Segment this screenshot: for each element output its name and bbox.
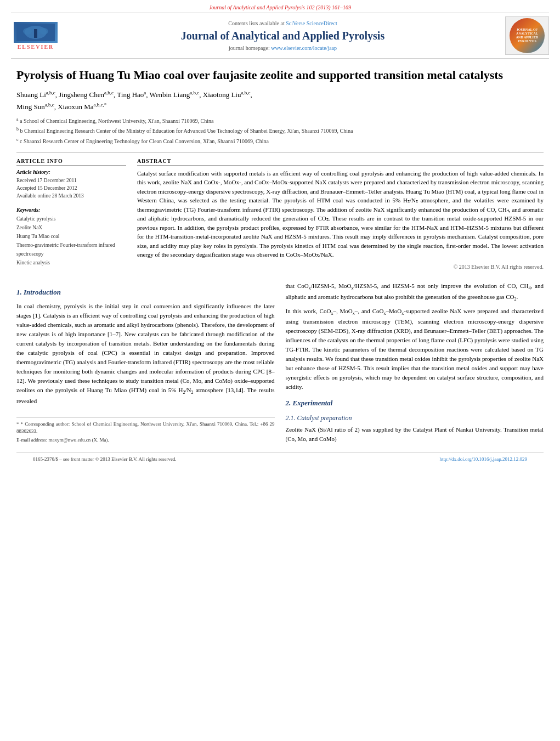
journal-logo-right: JOURNAL OFANALYTICALAND APPLIEDPYROLYSIS [505,16,549,55]
intro-para-1: In coal chemistry, pyrolysis is the init… [16,302,275,406]
homepage-url[interactable]: www.elsevier.com/locate/jaap [271,45,337,51]
keywords-heading: Keywords: [16,207,126,213]
section2-heading: 2. Experimental [286,398,544,409]
journal-main-title: Journal of Analytical and Applied Pyroly… [60,29,505,43]
abstract-label: ABSTRACT [137,158,544,166]
journal-title-center: Contents lists available at SciVerse Sci… [60,20,505,51]
article-history: Article history: Received 17 December 20… [16,169,126,200]
body-columns: 1. Introduction In coal chemistry, pyrol… [16,281,544,447]
received-text: Received 17 December 2011 [16,177,126,184]
journal-logo-text: JOURNAL OFANALYTICALAND APPLIEDPYROLYSIS [516,28,539,44]
journal-top-bar: Journal of Analytical and Applied Pyroly… [11,4,549,10]
contents-line: Contents lists available at SciVerse Sci… [60,20,505,26]
article-title: Pyrolysis of Huang Tu Miao coal over fau… [16,67,544,83]
bottom-bar: 0165-2370/$ – see front matter © 2013 El… [16,452,544,465]
available-text: Available online 28 March 2013 [16,192,126,200]
sciverse-link[interactable]: SciVerse ScienceDirect [286,20,337,26]
body-right: that CoOx/HZSM-5, MoOx/HZSM-5, and HZSM-… [286,281,544,447]
keywords-section: Keywords: Catalytic pyrolysis Zeolite Na… [16,207,126,268]
keyword-3: Huang Tu Miao coal [16,232,126,241]
authors-line: Shuang Lia,b,c, Jingsheng Chena,b,c, Tin… [16,89,544,113]
accepted-text: Accepted 15 December 2012 [16,184,126,192]
section1-heading: 1. Introduction [16,287,275,298]
right-para-2: In this work, CoOx–, MoOx–, and CoOx–MoO… [286,307,544,392]
affiliation-c: c c Shaanxi Research Center of Engineeri… [16,137,544,145]
history-heading: Article history: [16,169,126,175]
footnote-email: E-mail address: maxym@nwu.edu.cn (X. Ma)… [16,437,275,444]
left-col-info: ARTICLE INFO Article history: Received 1… [16,158,126,274]
page-container: Journal of Analytical and Applied Pyroly… [0,0,560,741]
article-content: Pyrolysis of Huang Tu Miao coal over fau… [0,59,560,476]
keyword-5: Kinetic analysis [16,258,126,267]
journal-header: Journal of Analytical and Applied Pyroly… [0,0,560,59]
keyword-4: Thermo-gravimetric Fourier-transform inf… [16,241,126,258]
body-left: 1. Introduction In coal chemistry, pyrol… [16,281,275,447]
affiliation-a: a a School of Chemical Engineering, Nort… [16,116,544,125]
journal-logo-circle: JOURNAL OFANALYTICALAND APPLIEDPYROLYSIS [510,18,545,53]
keyword-1: Catalytic pyrolysis [16,214,126,223]
footnote-section: * * Corresponding author: School of Chem… [16,417,275,444]
copyright-line: © 2013 Elsevier B.V. All rights reserved… [137,264,544,270]
email-link[interactable]: maxym@nwu.edu.cn (X. Ma). [48,437,109,443]
svg-point-3 [23,28,32,35]
affiliations: a a School of Chemical Engineering, Nort… [16,116,544,145]
affiliation-b: b b Chemical Engineering Research Center… [16,126,544,135]
article-info-abstract: ARTICLE INFO Article history: Received 1… [16,158,544,274]
svg-rect-2 [34,29,37,38]
journal-top-banner: ELSEVIER Contents lists available at Sci… [11,13,549,59]
svg-point-4 [39,28,48,35]
elsevier-text: ELSEVIER [18,44,54,50]
abstract-text: Catalyst surface modification with suppo… [137,169,544,259]
doi-text[interactable]: http://dx.doi.org/10.1016/j.jaap.2012.12… [439,456,527,462]
footnote-corresponding: * * Corresponding author: School of Chem… [16,421,275,435]
journal-citation: Journal of Analytical and Applied Pyroly… [209,4,351,10]
separator [16,152,544,152]
issn-text: 0165-2370/$ – see front matter © 2013 El… [33,456,177,462]
elsevier-logo-img [14,22,58,43]
right-para-1: that CoOx/HZSM-5, MoOx/HZSM-5, and HZSM-… [286,281,544,303]
keywords-list: Catalytic pyrolysis Zeolite NaX Huang Tu… [16,214,126,268]
article-info-label: ARTICLE INFO [16,158,126,166]
journal-homepage: journal homepage: www.elsevier.com/locat… [60,45,505,51]
section2-para: Zeolite NaX (Si/Al ratio of 2) was suppl… [286,425,544,444]
section2-sub: 2.1. Catalyst preparation [286,413,544,423]
abstract-col: ABSTRACT Catalyst surface modification w… [137,158,544,274]
elsevier-logo: ELSEVIER [11,22,60,50]
keyword-2: Zeolite NaX [16,223,126,232]
